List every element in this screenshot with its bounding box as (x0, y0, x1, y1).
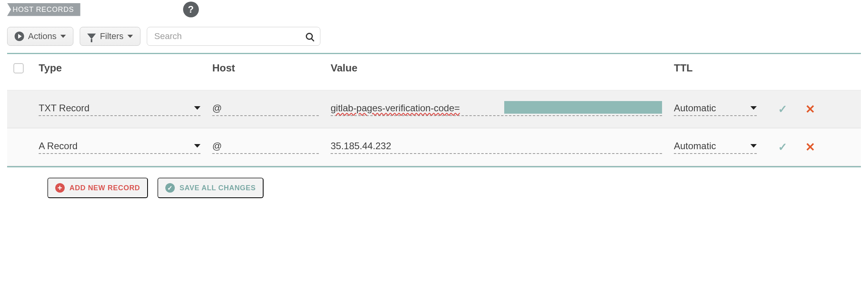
chevron-down-icon (194, 144, 200, 148)
filters-label: Filters (100, 31, 123, 41)
value-input[interactable]: 35.185.44.232 (331, 141, 662, 154)
type-select[interactable]: TXT Record (39, 103, 200, 116)
add-new-record-button[interactable]: + ADD NEW RECORD (47, 178, 148, 198)
delete-button[interactable]: ✕ (796, 140, 824, 154)
actions-dropdown[interactable]: Actions (7, 27, 73, 46)
ttl-select[interactable]: Automatic (674, 141, 757, 154)
save-all-changes-label: SAVE ALL CHANGES (180, 184, 256, 192)
confirm-button[interactable]: ✓ (769, 141, 796, 154)
value-input[interactable]: gitlab-pages-verification-code= (331, 103, 662, 116)
redacted-block (504, 101, 662, 114)
check-icon: ✓ (165, 183, 175, 193)
column-type: Type (39, 62, 212, 74)
confirm-button[interactable]: ✓ (769, 103, 796, 116)
save-all-changes-button[interactable]: ✓ SAVE ALL CHANGES (157, 178, 264, 198)
filters-dropdown[interactable]: Filters (80, 27, 140, 46)
search-box[interactable] (147, 27, 320, 46)
actions-label: Actions (28, 31, 56, 41)
search-input[interactable] (154, 31, 306, 41)
plus-icon: + (55, 183, 65, 193)
chevron-down-icon (750, 144, 757, 148)
column-host: Host (212, 62, 331, 74)
type-value: TXT Record (39, 103, 90, 114)
ttl-value: Automatic (674, 103, 716, 114)
footer-actions: + ADD NEW RECORD ✓ SAVE ALL CHANGES (0, 167, 868, 198)
table-header: Type Host Value TTL (7, 54, 861, 90)
host-records-table: Type Host Value TTL TXT Record@gitlab-pa… (7, 53, 861, 167)
value-text: 35.185.44.232 (331, 141, 391, 152)
table-row: TXT Record@gitlab-pages-verification-cod… (7, 90, 861, 128)
funnel-icon (87, 34, 96, 39)
type-value: A Record (39, 141, 78, 152)
ttl-value: Automatic (674, 141, 716, 152)
type-select[interactable]: A Record (39, 141, 200, 154)
host-input[interactable]: @ (212, 141, 319, 154)
table-row: A Record@35.185.44.232Automatic✓✕ (7, 128, 861, 166)
play-icon (15, 32, 24, 41)
host-value: @ (212, 103, 222, 114)
add-new-record-label: ADD NEW RECORD (69, 184, 140, 192)
help-icon[interactable]: ? (183, 2, 199, 17)
host-value: @ (212, 141, 222, 152)
delete-button[interactable]: ✕ (796, 102, 824, 116)
host-input[interactable]: @ (212, 103, 319, 116)
chevron-down-icon (194, 106, 200, 110)
select-all-checkbox[interactable] (13, 63, 24, 73)
chevron-down-icon (60, 35, 66, 38)
column-ttl: TTL (674, 62, 769, 74)
toolbar: Actions Filters (0, 17, 868, 53)
value-text: gitlab-pages-verification-code= (331, 103, 460, 114)
host-records-tab[interactable]: HOST RECORDS (7, 3, 80, 16)
search-icon[interactable] (306, 33, 313, 40)
column-value: Value (331, 62, 674, 74)
ttl-select[interactable]: Automatic (674, 103, 757, 116)
chevron-down-icon (750, 106, 757, 110)
chevron-down-icon (127, 35, 133, 38)
